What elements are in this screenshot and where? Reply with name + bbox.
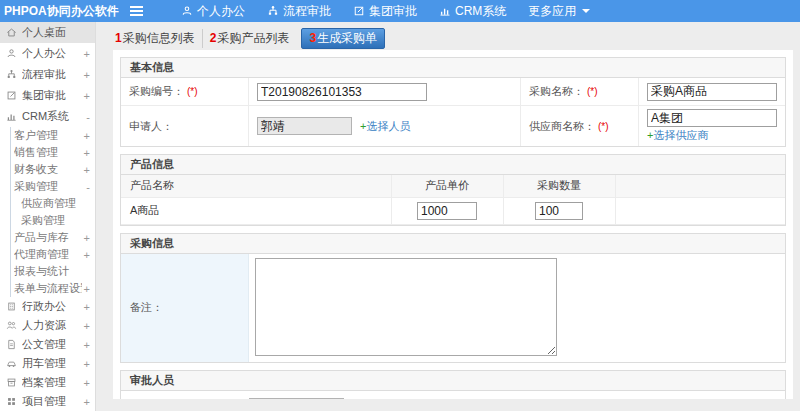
sidebar-item-crm-system[interactable]: CRM系统 - <box>0 106 95 127</box>
sidebar-item-project-mgmt[interactable]: 项目管理 + <box>0 392 95 411</box>
section-title: 采购信息 <box>121 234 785 254</box>
person-icon <box>181 5 193 17</box>
sidebar-item-workflow-approval[interactable]: 流程审批 + <box>0 64 95 85</box>
expand-plus-icon[interactable]: + <box>82 320 90 332</box>
expand-plus-icon[interactable]: + <box>82 301 90 313</box>
purchase-no-input[interactable] <box>257 83 427 101</box>
topnav-personal-office[interactable]: 个人办公 <box>170 0 256 22</box>
tab-label: 采购信息列表 <box>123 32 195 45</box>
topnav-more-apps[interactable]: 更多应用 <box>517 0 601 22</box>
required-mark: (*) <box>598 121 609 132</box>
quantity-cell <box>503 197 615 224</box>
expand-plus-icon[interactable]: + <box>82 48 90 60</box>
remark-textarea[interactable] <box>255 258 557 356</box>
collapse-minus-icon[interactable]: - <box>84 181 90 193</box>
quantity-input[interactable] <box>535 202 583 220</box>
remark-label-cell: 备注： <box>121 254 249 362</box>
people-icon <box>6 320 17 331</box>
sidebar-item-finance[interactable]: 财务收支 + <box>11 161 95 178</box>
select-person-link[interactable]: +选择人员 <box>360 119 410 134</box>
purchase-name-input[interactable] <box>647 83 777 101</box>
sidebar-item-document-mgmt[interactable]: 公文管理 + <box>0 335 95 354</box>
sidebar-item-agent-mgmt[interactable]: 代理商管理 + <box>11 246 95 263</box>
app-logo: PHPOA协同办公软件 <box>0 3 122 20</box>
purchase-info-section: 采购信息 备注： <box>120 233 786 363</box>
tab-purchase-product-list[interactable]: 2 采购产品列表 <box>203 29 297 48</box>
edit-square-icon <box>6 90 17 101</box>
sidebar-item-human-resources[interactable]: 人力资源 + <box>0 316 95 335</box>
empty-cell <box>615 197 785 224</box>
approver-section: 审批人员 设置审批人员： (*) +选择审批人员 提醒审批人员： <box>120 370 786 400</box>
sidebar-item-sales-mgmt[interactable]: 销售管理 + <box>11 144 95 161</box>
home-icon <box>6 27 17 38</box>
tab-label: 采购产品列表 <box>217 32 289 45</box>
expand-plus-icon[interactable]: + <box>82 147 90 159</box>
approver-input <box>249 398 344 400</box>
tab-generate-purchase-order[interactable]: 3 生成采购单 <box>301 28 385 49</box>
sidebar-item-personal-desktop[interactable]: 个人桌面 <box>0 22 95 43</box>
supplier-cell: +选择供应商 <box>639 106 785 146</box>
main-content: 1 采购信息列表 2 采购产品列表 3 生成采购单 基本信息 采购编号： (*) <box>96 22 800 411</box>
select-supplier-link[interactable]: +选择供应商 <box>647 128 708 143</box>
sidebar-item-group-approval[interactable]: 集团审批 + <box>0 85 95 106</box>
section-title: 产品信息 <box>121 155 785 175</box>
tab-step-number: 2 <box>210 32 217 45</box>
sidebar-item-purchase-mgmt-sub[interactable]: 采购管理 <box>11 212 95 229</box>
expand-plus-icon[interactable]: + <box>82 283 90 295</box>
sidebar-item-form-flow-settings[interactable]: 表单与流程设置 + <box>11 280 95 297</box>
purchase-no-cell <box>249 78 521 106</box>
sidebar-item-product-inventory[interactable]: 产品与库存 + <box>11 229 95 246</box>
archive-icon <box>6 377 17 388</box>
topnav-crm-system[interactable]: CRM系统 <box>428 0 517 22</box>
expand-plus-icon[interactable]: + <box>82 377 90 389</box>
expand-plus-icon[interactable]: + <box>82 69 90 81</box>
expand-plus-icon[interactable]: + <box>82 164 90 176</box>
unit-price-input[interactable] <box>417 202 477 220</box>
expand-plus-icon[interactable]: + <box>82 130 90 142</box>
table-row: A商品 <box>121 197 785 224</box>
document-icon <box>6 339 17 350</box>
applicant-cell: +选择人员 <box>249 106 521 146</box>
edit-square-icon <box>353 5 365 17</box>
tab-purchase-info-list[interactable]: 1 采购信息列表 <box>108 29 203 48</box>
caret-down-icon <box>582 9 590 13</box>
topnav-workflow-approval[interactable]: 流程审批 <box>256 0 342 22</box>
sidebar-item-admin-office[interactable]: 行政办公 + <box>0 297 95 316</box>
product-table: 产品名称 产品单价 采购数量 A商品 <box>121 175 785 225</box>
section-title: 审批人员 <box>121 371 785 391</box>
remark-body <box>249 254 785 362</box>
expand-plus-icon[interactable]: + <box>82 396 90 408</box>
expand-plus-icon[interactable]: + <box>82 358 90 370</box>
expand-plus-icon[interactable]: + <box>82 339 90 351</box>
form-panel: 基本信息 采购编号： (*) 采购名称： (*) <box>113 50 793 399</box>
crm-submenu: 客户管理 + 销售管理 + 财务收支 + 采购管理 - 供应商管理 采购管理 <box>10 127 95 297</box>
top-navigation: 个人办公 流程审批 集团审批 CRM系统 更多应用 <box>170 0 601 22</box>
sidebar-item-personal-office[interactable]: 个人办公 + <box>0 43 95 64</box>
menu-icon[interactable] <box>130 4 144 18</box>
collapse-minus-icon[interactable]: - <box>84 111 90 123</box>
expand-plus-icon[interactable]: + <box>82 90 90 102</box>
topnav-group-approval[interactable]: 集团审批 <box>342 0 428 22</box>
col-empty <box>615 175 785 197</box>
col-unit-price: 产品单价 <box>391 175 503 197</box>
sidebar: 个人桌面 个人办公 + 流程审批 + 集团审批 + CRM系统 - 客户管理 + <box>0 22 96 411</box>
expand-plus-icon[interactable]: + <box>82 249 90 261</box>
grid-icon <box>6 396 17 407</box>
sidebar-item-vehicle-mgmt[interactable]: 用车管理 + <box>0 354 95 373</box>
required-mark: (*) <box>187 86 198 97</box>
unit-price-cell <box>391 197 503 224</box>
sidebar-item-archive-mgmt[interactable]: 档案管理 + <box>0 373 95 392</box>
expand-plus-icon[interactable]: + <box>82 232 90 244</box>
supplier-label-cell: 供应商名称： (*) <box>521 106 639 146</box>
sidebar-item-supplier-mgmt[interactable]: 供应商管理 <box>11 195 95 212</box>
sidebar-item-reports-stats[interactable]: 报表与统计 <box>11 263 95 280</box>
sidebar-item-customer-mgmt[interactable]: 客户管理 + <box>11 127 95 144</box>
purchase-name-label-cell: 采购名称： (*) <box>521 78 639 106</box>
col-product-name: 产品名称 <box>121 175 391 197</box>
tab-bar: 1 采购信息列表 2 采购产品列表 3 生成采购单 <box>96 22 800 48</box>
required-mark: (*) <box>587 86 598 97</box>
tab-label: 生成采购单 <box>317 32 377 45</box>
supplier-input[interactable] <box>647 109 777 127</box>
applicant-input <box>257 117 352 135</box>
sidebar-item-purchase-mgmt[interactable]: 采购管理 - <box>11 178 95 195</box>
